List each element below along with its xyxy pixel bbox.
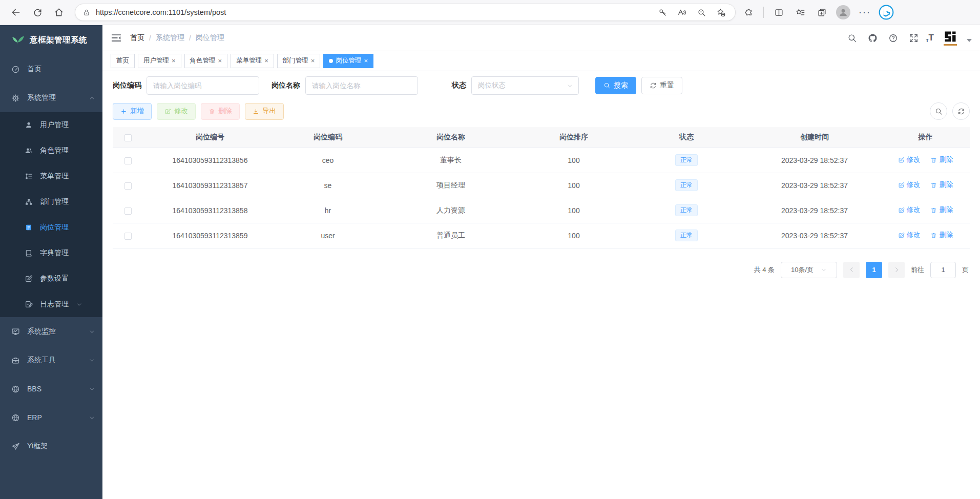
tab-role-mgmt[interactable]: 角色管理× [184, 54, 228, 68]
favorites-bar-icon[interactable] [791, 4, 809, 21]
help-icon[interactable] [885, 30, 901, 46]
sidebar-item-home[interactable]: 首页 [0, 55, 102, 84]
zoom-out-icon[interactable] [694, 5, 708, 19]
next-page-button[interactable] [888, 262, 905, 278]
col-header-created: 创建时间 [748, 127, 881, 148]
add-favorite-icon[interactable] [714, 5, 728, 19]
cell-post-sort: 100 [523, 223, 625, 248]
plant-logo-icon [11, 33, 25, 47]
refresh-icon [957, 108, 965, 115]
sidebar-item-menu-mgmt[interactable]: 菜单管理 [0, 163, 102, 189]
row-edit-link[interactable]: 修改 [898, 155, 921, 164]
chevron-down-icon [89, 357, 95, 364]
yi-avatar-logo[interactable] [942, 30, 958, 46]
profile-icon[interactable] [835, 4, 852, 21]
sidebar-item-post-mgmt[interactable]: 岗位管理 [0, 215, 102, 240]
prev-page-button[interactable] [843, 262, 860, 278]
row-delete-link[interactable]: 删除 [930, 205, 953, 215]
select-all-checkbox[interactable] [124, 134, 132, 141]
edit-button[interactable]: 修改 [157, 103, 196, 120]
close-icon[interactable]: × [264, 57, 268, 64]
home-icon[interactable] [50, 4, 68, 21]
post-code-input[interactable] [147, 76, 259, 95]
refresh-table-button[interactable] [952, 102, 970, 120]
post-name-input[interactable] [305, 76, 418, 95]
row-edit-link[interactable]: 修改 [898, 231, 921, 240]
back-icon[interactable] [7, 4, 25, 21]
status-badge: 正常 [675, 154, 698, 167]
collections-icon[interactable] [813, 4, 830, 21]
goto-page-input[interactable] [930, 262, 956, 278]
sidebar-item-log-mgmt[interactable]: 日志管理 [0, 292, 102, 317]
page-number-1[interactable]: 1 [866, 262, 882, 278]
col-header-status: 状态 [625, 127, 748, 148]
tab-user-mgmt[interactable]: 用户管理× [138, 54, 181, 68]
export-button[interactable]: 导出 [245, 103, 284, 120]
extensions-icon[interactable] [740, 4, 757, 21]
sidebar-item-system-mgmt[interactable]: 系统管理 [0, 84, 102, 112]
cell-created-time: 2023-03-29 18:52:37 [748, 223, 881, 248]
cell-post-sort: 100 [523, 148, 625, 173]
sidebar-item-dict-mgmt[interactable]: 字典管理 [0, 240, 102, 266]
sidebar-item-dept-mgmt[interactable]: 部门管理 [0, 189, 102, 215]
monitor-icon [11, 327, 20, 336]
bing-chat-icon[interactable] [878, 4, 895, 21]
close-icon[interactable]: × [364, 57, 368, 64]
address-bar[interactable]: https://ccnetcore.com:1101/system/post [75, 4, 736, 21]
page-unit-label: 页 [962, 265, 969, 275]
row-delete-link[interactable]: 删除 [930, 180, 953, 190]
sidebar-item-user-mgmt[interactable]: 用户管理 [0, 112, 102, 138]
close-icon[interactable]: × [311, 57, 315, 64]
active-dot [329, 59, 333, 63]
show-search-button[interactable] [930, 102, 947, 120]
edit-icon [898, 157, 905, 163]
row-delete-link[interactable]: 删除 [930, 155, 953, 164]
row-checkbox[interactable] [124, 157, 132, 164]
search-icon[interactable] [844, 30, 860, 46]
status-badge: 正常 [675, 230, 698, 242]
total-count: 共 4 条 [754, 265, 775, 275]
trash-icon [930, 182, 937, 189]
chevron-up-icon [89, 95, 95, 101]
row-checkbox[interactable] [124, 207, 132, 215]
cell-post-id: 1641030593112313856 [143, 148, 277, 173]
sidebar-item-role-mgmt[interactable]: 角色管理 [0, 138, 102, 163]
github-icon[interactable] [864, 30, 881, 46]
page-size-select[interactable]: 10条/页 [781, 262, 837, 278]
sidebar-item-system-monitor[interactable]: 系统监控 [0, 317, 102, 346]
status-select[interactable]: 岗位状态 [471, 76, 579, 95]
sidebar-item-yi-framework[interactable]: Yi框架 [0, 432, 102, 461]
tab-post-mgmt[interactable]: 岗位管理× [323, 54, 373, 68]
tab-dept-mgmt[interactable]: 部门管理× [277, 54, 321, 68]
row-edit-link[interactable]: 修改 [898, 205, 921, 215]
row-checkbox[interactable] [124, 182, 132, 190]
search-button[interactable]: 搜索 [595, 77, 636, 94]
hamburger-icon[interactable] [111, 32, 122, 44]
reset-button[interactable]: 重置 [641, 77, 682, 94]
refresh-icon[interactable] [29, 4, 46, 21]
tab-menu-mgmt[interactable]: 菜单管理× [231, 54, 274, 68]
breadcrumb-home[interactable]: 首页 [130, 33, 144, 43]
sidebar-item-system-tools[interactable]: 系统工具 [0, 346, 102, 375]
fullscreen-icon[interactable] [905, 30, 922, 46]
caret-down-icon[interactable] [967, 39, 972, 42]
add-button[interactable]: 新增 [113, 103, 152, 120]
sidebar-item-param-settings[interactable]: 参数设置 [0, 266, 102, 292]
lock-icon[interactable] [82, 8, 91, 16]
sidebar-item-erp[interactable]: ERP [0, 403, 102, 432]
read-aloud-icon[interactable] [675, 5, 689, 19]
close-icon[interactable]: × [218, 57, 222, 64]
split-screen-icon[interactable] [770, 4, 787, 21]
more-icon[interactable]: ··· [856, 4, 873, 21]
tab-home[interactable]: 首页 [111, 54, 135, 68]
url-text[interactable]: https://ccnetcore.com:1101/system/post [96, 8, 650, 16]
sidebar-item-bbs[interactable]: BBS [0, 375, 102, 403]
row-delete-link[interactable]: 删除 [930, 231, 953, 240]
col-header-id: 岗位编号 [143, 127, 277, 148]
row-edit-link[interactable]: 修改 [898, 180, 921, 190]
row-checkbox[interactable] [124, 233, 132, 240]
delete-button[interactable]: 删除 [201, 103, 240, 120]
close-icon[interactable]: × [172, 57, 176, 64]
font-size-icon[interactable]: тT [926, 33, 934, 43]
key-icon[interactable] [655, 5, 670, 19]
